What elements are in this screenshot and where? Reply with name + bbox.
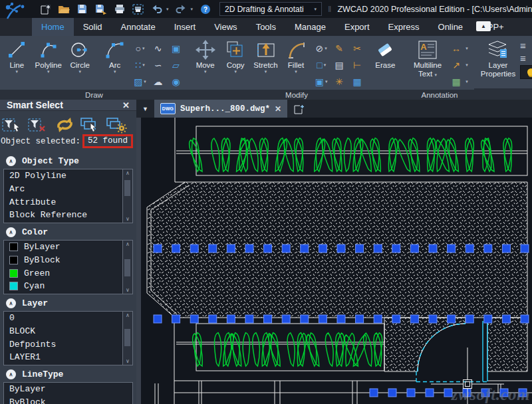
list-item[interactable]: Arc (4, 183, 122, 196)
plot-preview-icon[interactable] (132, 3, 144, 15)
chevron-down-icon[interactable]: ▾ (295, 70, 297, 74)
tab-annotate[interactable]: Annotate (112, 18, 165, 36)
selection-grip[interactable] (301, 315, 309, 323)
selection-grip[interactable] (319, 315, 327, 323)
tab-manage[interactable]: Manage (285, 18, 335, 36)
selection-grip[interactable] (429, 245, 437, 252)
layer-match-icon[interactable]: ≡ (520, 52, 526, 64)
collapse-icon[interactable]: ∧ (6, 227, 16, 237)
scrollbar-thumb[interactable] (124, 329, 130, 346)
grass-tuft[interactable] (249, 138, 269, 172)
selection-grip[interactable] (448, 315, 456, 323)
list-item[interactable]: Block Reference (4, 209, 122, 222)
scrollbar[interactable]: ∧∨ (122, 312, 132, 365)
chevron-down-icon[interactable]: ▾ (204, 70, 207, 74)
panel-label-annotation[interactable]: Annotation (405, 90, 474, 100)
panel-label-modify[interactable]: Modify (188, 90, 405, 100)
selection-grip[interactable] (282, 245, 290, 252)
grass-tuft[interactable] (325, 333, 354, 367)
extend-icon[interactable]: ⊢ (353, 60, 361, 70)
table-icon[interactable]: ▦ (452, 76, 460, 87)
smart-select-header[interactable]: Smart Select ✕ (0, 100, 136, 111)
multiline-text-button[interactable]: A Multiline Text ▾ (407, 39, 448, 78)
collapse-icon[interactable]: ∧ (6, 298, 16, 308)
scroll-up-icon[interactable]: ∧ (126, 170, 130, 176)
scrollbar[interactable]: ∧∨ (122, 169, 132, 223)
selection-grip[interactable] (209, 315, 217, 323)
selection-grip[interactable] (374, 245, 382, 252)
grass-tuft[interactable] (211, 138, 230, 171)
grass-tuft[interactable] (305, 332, 321, 367)
grass-tuft[interactable] (287, 332, 307, 366)
hatch-icon[interactable]: ▨ (134, 76, 142, 87)
move-button[interactable]: Move ▾ (190, 39, 220, 74)
save-as-icon[interactable] (94, 3, 107, 15)
trim-icon[interactable]: ✂ (353, 43, 361, 54)
settings-button[interactable] (106, 116, 128, 134)
arc-button[interactable]: Arc ▾ (100, 39, 130, 74)
selection-grip[interactable] (521, 315, 529, 323)
selection-grip[interactable] (190, 315, 198, 323)
selection-grip[interactable] (429, 315, 437, 323)
list-item[interactable]: 2D Polyline (4, 169, 122, 183)
tab-solid[interactable]: Solid (74, 18, 112, 36)
chevron-down-icon[interactable]: ▾ (466, 47, 468, 50)
chevron-down-icon[interactable]: ▾ (466, 63, 468, 67)
edit-polyline-icon[interactable]: ✎ (335, 43, 343, 54)
selection-grip[interactable] (154, 315, 162, 323)
scroll-down-icon[interactable]: ∨ (126, 216, 130, 222)
chevron-down-icon[interactable]: ▾ (47, 70, 50, 74)
scroll-down-icon[interactable]: ∨ (126, 287, 130, 293)
selection-grip[interactable] (209, 245, 217, 252)
list-item[interactable]: Green (4, 266, 122, 280)
grass-tuft[interactable] (351, 138, 363, 172)
new-drawing-button[interactable] (293, 104, 305, 114)
layer-properties-button[interactable]: Layer Properties (476, 39, 520, 78)
selection-grip[interactable] (282, 315, 290, 323)
filter-clear-button[interactable] (28, 116, 50, 134)
chevron-down-icon[interactable]: ▾ (434, 72, 437, 77)
undo-dropdown-icon[interactable]: ▾ (166, 7, 169, 12)
grass-tuft[interactable] (230, 332, 253, 367)
section-header-object-type[interactable]: ∧Object Type (0, 153, 136, 169)
section-header-linetype[interactable]: ∧LineType (0, 366, 136, 382)
collapse-icon[interactable]: ∧ (6, 369, 16, 379)
selection-grip[interactable] (245, 315, 253, 323)
selection-grip[interactable] (466, 245, 473, 252)
chevron-down-icon[interactable]: ▾ (466, 80, 468, 84)
chevron-down-icon[interactable]: ▾ (325, 47, 327, 50)
revision-cloud-icon[interactable]: ∽ (154, 60, 162, 70)
filter-select-button[interactable] (2, 116, 24, 134)
chevron-down-icon[interactable]: ▾ (324, 63, 327, 67)
selection-grip[interactable] (227, 245, 235, 252)
selection-grip[interactable] (245, 245, 253, 252)
spline-icon[interactable]: ∿ (154, 43, 162, 54)
tab-tools[interactable]: Tools (247, 18, 285, 36)
tab-online[interactable]: Online (429, 18, 473, 36)
list-item[interactable]: ByLayer (4, 383, 132, 396)
selection-grip[interactable] (407, 389, 415, 397)
drawing-canvas[interactable]: zwsoft.com (141, 118, 532, 404)
align-icon[interactable]: ▤ (335, 60, 344, 70)
open-folder-icon[interactable] (57, 3, 70, 15)
drawing-area[interactable]: zwsoft.com (136, 118, 532, 404)
selection-grip[interactable] (484, 315, 492, 323)
list-item[interactable]: BLOCK (4, 325, 122, 338)
layer-state-icon[interactable]: ≡ (520, 40, 526, 51)
collapse-icon[interactable]: ∧ (6, 156, 16, 166)
donut-icon[interactable]: ◉ (172, 76, 180, 87)
selection-grip[interactable] (172, 245, 180, 252)
break-icon[interactable]: ⊘ (316, 43, 324, 54)
panel-label-layers[interactable] (474, 88, 532, 100)
chevron-down-icon[interactable]: ▾ (325, 80, 328, 84)
list-item[interactable]: Cyan (4, 280, 122, 293)
scrollbar-thumb[interactable] (124, 259, 130, 276)
help-icon[interactable]: ? (199, 3, 211, 15)
named-view-icon[interactable]: ▣ (172, 43, 180, 54)
ellipse-icon[interactable]: ○ (136, 43, 141, 54)
line-button[interactable]: Line ▾ (2, 39, 32, 74)
select-objects-button[interactable] (80, 116, 102, 134)
new-file-icon[interactable] (39, 3, 51, 15)
scroll-up-icon[interactable]: ∧ (126, 241, 130, 247)
chevron-down-icon[interactable]: ▾ (144, 80, 146, 84)
